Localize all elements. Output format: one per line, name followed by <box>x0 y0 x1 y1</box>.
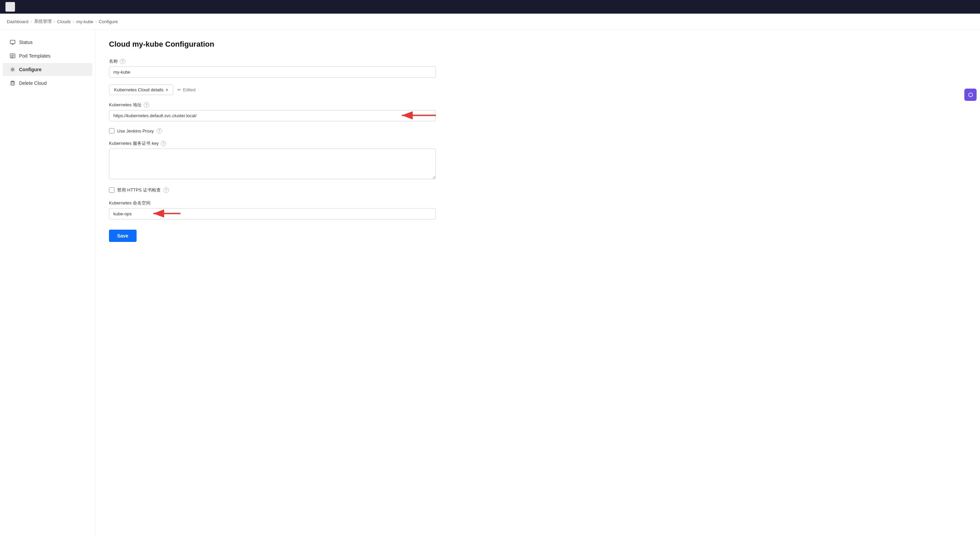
save-button[interactable]: Save <box>109 229 137 242</box>
gear-icon <box>10 67 16 73</box>
kubernetes-namespace-label: Kubernetes 命名空间 <box>109 200 966 206</box>
sidebar-item-configure[interactable]: Configure <box>3 63 92 76</box>
extension-icon-label: ⬡ <box>968 92 973 98</box>
edited-label: Edited <box>183 87 196 92</box>
kubernetes-cloud-details-toggle[interactable]: Kubernetes Cloud details ∧ <box>109 84 173 95</box>
breadcrumb: Dashboard › 系统管理 › Clouds › my-kube › Co… <box>0 14 980 30</box>
topbar <box>0 0 980 14</box>
kubernetes-namespace-group: Kubernetes 命名空间 <box>109 200 966 220</box>
breadcrumb-sep-2: › <box>54 19 55 24</box>
breadcrumb-sep-4: › <box>95 19 97 24</box>
svg-rect-0 <box>10 40 15 44</box>
breadcrumb-mykube[interactable]: my-kube <box>76 19 93 24</box>
sidebar-status-label: Status <box>19 40 33 45</box>
kubernetes-address-label: Kubernetes 地址 ? <box>109 102 966 108</box>
section-toggle-label: Kubernetes Cloud details <box>114 87 164 92</box>
disable-https-label[interactable]: 禁用 HTTPS 证书检查 <box>117 187 161 193</box>
kubernetes-address-group: Kubernetes 地址 ? <box>109 102 966 121</box>
name-label: 名称 ? <box>109 58 966 64</box>
sidebar-item-pod-templates[interactable]: Pod Templates <box>3 49 92 62</box>
edited-badge: ✏ Edited <box>177 87 196 92</box>
sidebar: Status Pod Templates Configure <box>0 30 95 537</box>
breadcrumb-configure: Configure <box>99 19 118 24</box>
kubernetes-address-input[interactable] <box>109 110 436 121</box>
use-jenkins-proxy-help-icon[interactable]: ? <box>157 128 162 134</box>
sidebar-pod-templates-label: Pod Templates <box>19 53 50 59</box>
name-input[interactable] <box>109 67 436 78</box>
kubernetes-address-wrapper <box>109 110 436 121</box>
use-jenkins-proxy-checkbox[interactable] <box>109 128 115 134</box>
name-field-group: 名称 ? <box>109 58 966 78</box>
kubernetes-cert-help-icon[interactable]: ? <box>161 141 166 146</box>
breadcrumb-system[interactable]: 系统管理 <box>34 18 52 24</box>
sidebar-delete-cloud-label: Delete Cloud <box>19 80 47 86</box>
main-content: Cloud my-kube Configuration 名称 ? Kuberne… <box>95 30 980 537</box>
sidebar-configure-label: Configure <box>19 67 41 72</box>
monitor-icon <box>10 39 16 45</box>
sidebar-item-delete-cloud[interactable]: Delete Cloud <box>3 76 92 89</box>
name-help-icon[interactable]: ? <box>120 59 125 64</box>
kubernetes-cert-group: Kubernetes 服务证书 key ? <box>109 140 966 180</box>
kubernetes-namespace-input[interactable] <box>109 208 436 220</box>
kubernetes-namespace-wrapper <box>109 208 436 220</box>
topbar-logo <box>5 2 15 11</box>
breadcrumb-sep-1: › <box>31 19 32 24</box>
page-layout: Status Pod Templates Configure <box>0 30 980 537</box>
disable-https-checkbox[interactable] <box>109 187 115 193</box>
breadcrumb-dashboard[interactable]: Dashboard <box>7 19 29 24</box>
disable-https-row: 禁用 HTTPS 证书检查 ? <box>109 187 966 193</box>
floating-extension-icon[interactable]: ⬡ <box>964 89 977 101</box>
use-jenkins-proxy-row: Use Jenkins Proxy ? <box>109 128 966 134</box>
svg-point-7 <box>12 69 14 70</box>
pencil-icon: ✏ <box>177 87 181 92</box>
list-icon <box>10 53 16 59</box>
chevron-down-icon: ∧ <box>165 88 168 92</box>
breadcrumb-clouds[interactable]: Clouds <box>57 19 71 24</box>
kubernetes-cert-label: Kubernetes 服务证书 key ? <box>109 140 966 147</box>
sidebar-item-status[interactable]: Status <box>3 36 92 49</box>
page-title: Cloud my-kube Configuration <box>109 40 966 49</box>
kubernetes-cert-textarea[interactable] <box>109 148 436 179</box>
use-jenkins-proxy-label[interactable]: Use Jenkins Proxy <box>117 129 154 134</box>
trash-icon <box>10 80 16 86</box>
kubernetes-address-help-icon[interactable]: ? <box>144 102 149 108</box>
svg-rect-8 <box>11 82 14 85</box>
breadcrumb-sep-3: › <box>73 19 74 24</box>
section-header: Kubernetes Cloud details ∧ ✏ Edited <box>109 84 966 95</box>
disable-https-help-icon[interactable]: ? <box>164 187 169 193</box>
